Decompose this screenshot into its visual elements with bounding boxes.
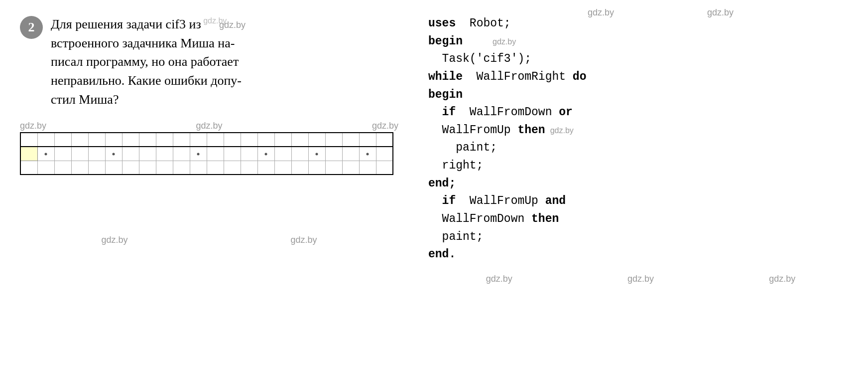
code-line-begin2: begin	[428, 86, 853, 104]
table-cell	[190, 161, 207, 175]
table-row-main	[20, 147, 393, 161]
table-cell	[156, 161, 173, 175]
table-cell	[54, 133, 71, 147]
watermark-field-right: gdz.by	[372, 121, 398, 131]
watermark-right-bottom-1: gdz.by	[486, 274, 512, 284]
table-cell	[190, 147, 207, 161]
table-cell	[308, 147, 325, 161]
table-cell	[359, 133, 376, 147]
table-cell	[257, 161, 274, 175]
table-cell	[54, 161, 71, 175]
table-cell	[376, 133, 393, 147]
table-cell	[224, 133, 241, 147]
table-cell	[139, 161, 156, 175]
table-row-bottom	[20, 161, 393, 175]
robot-field-container: gdz.by gdz.by gdz.by	[20, 121, 403, 175]
table-cell	[274, 133, 291, 147]
watermark-right-bottom-2: gdz.by	[627, 274, 654, 284]
table-row	[20, 133, 393, 147]
table-cell	[37, 147, 54, 161]
keyword-do: do	[573, 70, 587, 83]
keyword-if2: if	[442, 194, 456, 207]
table-cell	[342, 133, 359, 147]
keyword-end-dot: end.	[428, 248, 456, 261]
table-cell	[173, 133, 190, 147]
watermark-field-left: gdz.by	[20, 121, 46, 131]
page: 2 Для решения задачи cif3 из gdz.by встр…	[0, 0, 868, 366]
table-cell	[308, 161, 325, 175]
code-line-wallfromdown: WallFromDown then	[428, 210, 853, 228]
table-cell	[342, 147, 359, 161]
table-cell	[88, 161, 105, 175]
table-cell	[359, 161, 376, 175]
task-header: 2 Для решения задачи cif3 из gdz.by встр…	[20, 15, 403, 109]
table-cell	[207, 133, 224, 147]
table-cell	[257, 147, 274, 161]
watermark-bottom-2: gdz.by	[290, 235, 317, 245]
code-line-paint2: paint;	[428, 228, 853, 246]
code-line-end1: end;	[428, 175, 853, 193]
table-cell	[376, 147, 393, 161]
table-cell	[54, 147, 71, 161]
table-cell	[291, 161, 308, 175]
table-cell	[274, 147, 291, 161]
watermark-field-mid: gdz.by	[196, 121, 222, 131]
code-line-if2: if WallFromUp and	[428, 192, 853, 210]
table-cell	[139, 133, 156, 147]
table-cell	[207, 161, 224, 175]
robot-grid	[20, 132, 393, 175]
table-cell	[291, 147, 308, 161]
table-cell	[241, 147, 257, 161]
table-cell	[139, 147, 156, 161]
task-number: 2	[20, 16, 43, 39]
task-text: Для решения задачи cif3 из gdz.by встрое…	[51, 15, 242, 109]
table-cell	[241, 161, 257, 175]
table-cell	[224, 161, 241, 175]
keyword-while: while	[428, 70, 463, 83]
task-text-content: Для решения задачи cif3 из gdz.by встрое…	[51, 17, 242, 107]
code-line-if1: if WallFromDown or	[428, 104, 853, 122]
table-cell	[173, 147, 190, 161]
keyword-or: or	[559, 106, 573, 119]
code-line-wallfromup: WallFromUp thengdz.by	[428, 122, 853, 140]
left-column: 2 Для решения задачи cif3 из gdz.by встр…	[0, 0, 423, 366]
table-cell	[105, 133, 122, 147]
table-cell	[88, 147, 105, 161]
table-cell	[190, 133, 207, 147]
watermark-begin: gdz.by	[493, 37, 516, 46]
table-cell	[37, 133, 54, 147]
watermark-then: gdz.by	[550, 126, 574, 135]
watermark-right-bottom-3: gdz.by	[769, 274, 795, 284]
code-line-right: right;	[428, 157, 853, 175]
table-cell	[207, 147, 224, 161]
keyword-then2: then	[531, 212, 559, 225]
table-cell	[325, 161, 342, 175]
table-cell	[376, 161, 393, 175]
keyword-if1: if	[442, 106, 456, 119]
table-cell	[20, 161, 37, 175]
table-cell	[291, 133, 308, 147]
table-cell	[325, 147, 342, 161]
code-block: uses Robot; begingdz.by Task('cif3'); wh…	[428, 15, 853, 264]
table-cell	[37, 161, 54, 175]
table-cell	[359, 147, 376, 161]
code-line-begin1: begingdz.by	[428, 33, 853, 51]
table-cell	[257, 133, 274, 147]
table-cell	[156, 147, 173, 161]
table-cell	[274, 161, 291, 175]
code-line-end-dot: end.	[428, 246, 853, 264]
code-line-task: Task('cif3');	[428, 50, 853, 68]
table-cell	[156, 133, 173, 147]
table-cell	[122, 147, 139, 161]
keyword-uses: uses	[428, 17, 456, 30]
table-cell	[173, 161, 190, 175]
code-line-paint1: paint;	[428, 139, 853, 157]
table-cell	[71, 161, 88, 175]
table-cell	[308, 133, 325, 147]
keyword-then1: then	[517, 124, 545, 137]
right-column: gdz.by gdz.by uses Robot; begingdz.by Ta…	[423, 0, 868, 366]
table-cell	[241, 133, 257, 147]
keyword-and: and	[545, 194, 566, 207]
table-cell	[71, 133, 88, 147]
table-cell	[342, 161, 359, 175]
